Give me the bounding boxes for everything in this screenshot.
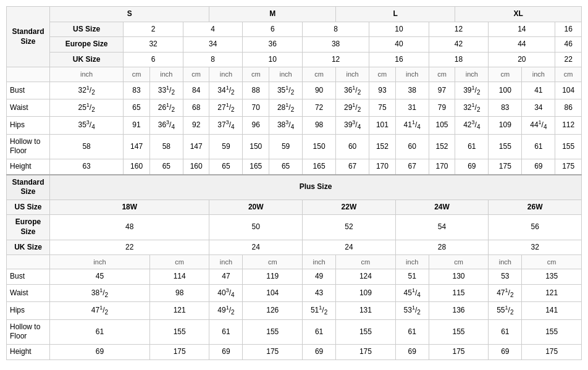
hollow-l1-inch: 60	[336, 134, 369, 159]
plus-hollow-label: Hollow to Floor	[7, 319, 50, 344]
eu-s2: 34	[183, 37, 243, 53]
bust-row: Bust 321/2 83 331/2 84 341/2 88 351/2 90…	[7, 82, 582, 99]
hollow-xl1-inch: 61	[455, 134, 489, 159]
plus-height-22w-inch: 69	[303, 345, 336, 360]
plus-hips-22w-cm: 131	[336, 302, 396, 319]
plus-height-row: Height 69 175 69 175 69 175 69 175 69 17…	[7, 345, 582, 360]
plus-hollow-26w-cm: 155	[522, 319, 582, 344]
plus-eu-48: 48	[50, 215, 209, 240]
waist-xl1-inch: 321/2	[455, 99, 489, 117]
plus-unit-empty	[7, 255, 50, 269]
waist-l2-cm: 79	[429, 99, 455, 117]
plus-us-size-row: US Size 18W 20W 22W 24W 26W	[7, 200, 582, 215]
plus-hips-label: Hips	[7, 302, 50, 319]
plus-waist-18w-inch: 381/2	[50, 285, 150, 302]
waist-s1-cm: 65	[124, 99, 150, 117]
standard-size-label-plus: Standard Size	[7, 175, 50, 200]
hips-label: Hips	[7, 117, 50, 134]
eu-xl2: 46	[555, 37, 582, 53]
unit-m1-inch: inch	[209, 67, 243, 82]
hollow-xl2-inch: 61	[522, 134, 555, 159]
plus-height-22w-cm: 175	[336, 345, 396, 360]
unit-xl2-cm: cm	[555, 67, 582, 82]
plus-hips-20w-cm: 126	[243, 302, 303, 319]
uk-s2: 8	[183, 52, 243, 67]
plus-unit-row: inch cm inch cm inch cm inch cm inch cm	[7, 255, 582, 269]
standard-unit-row: inch cm inch cm inch cm inch cm inch cm …	[7, 67, 582, 82]
waist-xl2-inch: 34	[522, 99, 555, 117]
waist-m1-cm: 70	[243, 99, 269, 117]
standard-size-label: Standard Size	[7, 7, 50, 67]
bust-xl1-cm: 100	[489, 82, 522, 99]
plus-unit-18w-cm: cm	[149, 255, 209, 269]
hollow-s2-cm: 147	[183, 134, 209, 159]
plus-height-26w-cm: 175	[522, 345, 582, 360]
uk-l2: 18	[429, 52, 489, 67]
bust-xl2-inch: 41	[522, 82, 555, 99]
plus-height-26w-inch: 69	[489, 345, 522, 360]
hips-l2-inch: 411/4	[395, 117, 429, 134]
plus-eu-52: 52	[303, 215, 396, 240]
hips-row: Hips 353/4 91 363/4 92 373/4 96 383/4 98…	[7, 117, 582, 134]
hollow-l2-cm: 152	[429, 134, 455, 159]
waist-m2-cm: 72	[303, 99, 336, 117]
plus-us-size-header: US Size	[7, 200, 50, 215]
us-xl2: 16	[555, 22, 582, 37]
plus-us-20w: 20W	[209, 200, 303, 215]
unit-s2-inch: inch	[149, 67, 183, 82]
uk-m2: 12	[303, 52, 369, 67]
height-m2-cm: 165	[303, 159, 336, 175]
eu-m1: 36	[243, 37, 303, 53]
plus-bust-label: Bust	[7, 269, 50, 285]
hollow-s1-inch: 58	[50, 134, 124, 159]
unit-l1-inch: inch	[336, 67, 369, 82]
eu-m2: 38	[303, 37, 369, 53]
hips-xl1-cm: 109	[489, 117, 522, 134]
us-l2: 12	[429, 22, 489, 37]
eu-s1: 32	[124, 37, 183, 53]
waist-l1-cm: 75	[369, 99, 396, 117]
plus-us-18w: 18W	[50, 200, 209, 215]
waist-s2-cm: 68	[183, 99, 209, 117]
height-xl1-cm: 175	[489, 159, 522, 175]
plus-unit-20w-cm: cm	[243, 255, 303, 269]
height-s2-inch: 65	[149, 159, 183, 175]
bust-l2-cm: 97	[429, 82, 455, 99]
hips-s2-inch: 363/4	[149, 117, 183, 134]
plus-bust-22w-cm: 124	[336, 269, 396, 285]
plus-waist-26w-inch: 471/2	[489, 285, 522, 302]
plus-unit-26w-inch: inch	[489, 255, 522, 269]
plus-waist-24w-inch: 451/4	[395, 285, 429, 302]
height-xl1-inch: 69	[455, 159, 489, 175]
height-l2-inch: 67	[395, 159, 429, 175]
plus-waist-18w-cm: 98	[149, 285, 209, 302]
hollow-m1-cm: 150	[243, 134, 269, 159]
plus-hollow-24w-cm: 155	[429, 319, 489, 344]
plus-eu-50: 50	[209, 215, 303, 240]
bust-m2-cm: 90	[303, 82, 336, 99]
waist-l1-inch: 291/2	[336, 99, 369, 117]
height-row-standard: Height 63 160 65 160 65 165 65 165 67 17…	[7, 159, 582, 175]
plus-waist-label: Waist	[7, 285, 50, 302]
plus-uk-24: 24	[209, 240, 303, 255]
uk-xl2: 22	[555, 52, 582, 67]
us-size-row: US Size 2 4 6 8 10 12 14 16	[7, 22, 582, 37]
hollow-m2-cm: 150	[303, 134, 336, 159]
waist-l2-inch: 31	[395, 99, 429, 117]
s-header: S	[50, 7, 209, 22]
plus-bust-22w-inch: 49	[303, 269, 336, 285]
us-xl1: 14	[489, 22, 555, 37]
waist-xl2-cm: 86	[555, 99, 582, 117]
plus-unit-22w-cm: cm	[336, 255, 396, 269]
plus-hips-18w-inch: 471/2	[50, 302, 150, 319]
plus-bust-26w-inch: 53	[489, 269, 522, 285]
uk-size-row: UK Size 6 8 10 12 16 18 20 22	[7, 52, 582, 67]
plus-hips-20w-inch: 491/2	[209, 302, 243, 319]
plus-waist-22w-cm: 109	[336, 285, 396, 302]
unit-label-empty	[7, 67, 50, 82]
hips-m1-inch: 373/4	[209, 117, 243, 134]
bust-s2-inch: 331/2	[149, 82, 183, 99]
plus-bust-20w-inch: 47	[209, 269, 243, 285]
plus-hips-26w-cm: 141	[522, 302, 582, 319]
bust-m2-inch: 351/2	[269, 82, 303, 99]
